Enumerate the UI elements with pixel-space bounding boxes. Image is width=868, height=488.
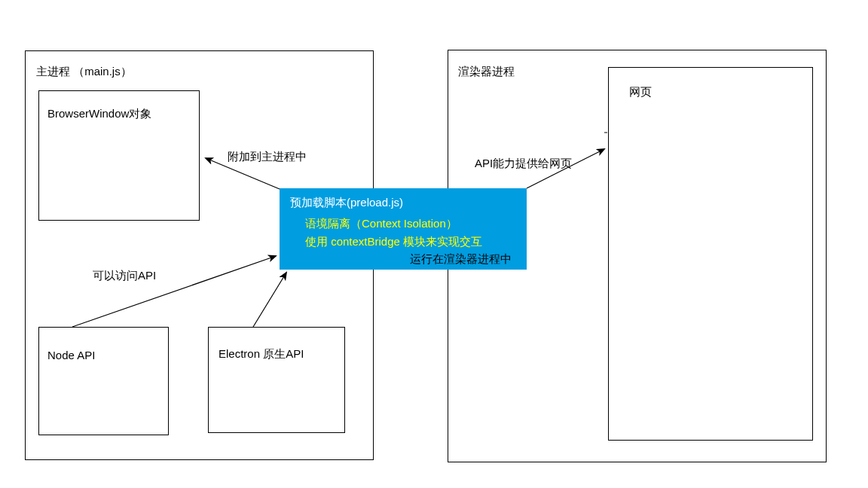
electron-api-box [208,327,345,433]
api-access-label: 可以访问API [93,269,156,283]
api-to-webpage-label: API能力提供给网页 [475,157,572,171]
preload-bridge: 使用 contextBridge 模块来实现交互 [305,233,516,251]
attach-to-main-label: 附加到主进程中 [228,150,307,164]
renderer-process-title: 渲染器进程 [458,65,515,79]
electron-api-label: Electron 原生API [219,347,304,361]
webpage-label: 网页 [629,85,652,99]
node-api-box [38,327,169,435]
webpage-box [608,67,813,441]
node-api-label: Node API [47,349,95,361]
browser-window-label: BrowserWindow对象 [47,107,151,121]
preload-runs-in: 运行在渲染器进程中 [290,252,516,267]
main-process-title: 主进程 （main.js） [36,65,132,79]
preload-title: 预加载脚本(preload.js) [290,196,516,210]
preload-isolation: 语境隔离（Context Isolation） [305,215,516,233]
preload-box: 预加载脚本(preload.js) 语境隔离（Context Isolation… [280,188,527,270]
